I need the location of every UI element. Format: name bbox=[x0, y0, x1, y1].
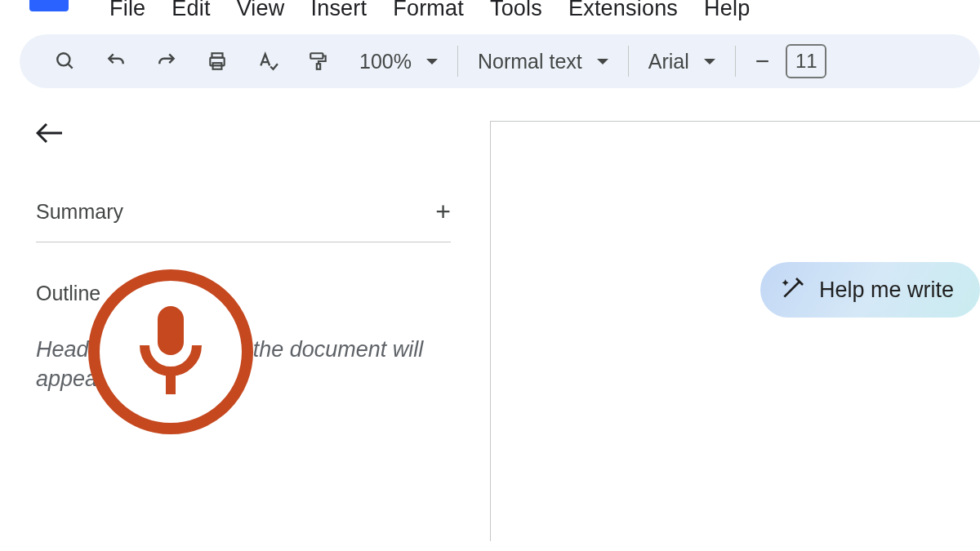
spellcheck-button[interactable] bbox=[248, 42, 287, 81]
redo-icon bbox=[156, 51, 177, 72]
menu-insert[interactable]: Insert bbox=[310, 0, 367, 21]
menu-tools[interactable]: Tools bbox=[490, 0, 542, 21]
toolbar-divider bbox=[457, 46, 458, 77]
summary-heading: Summary bbox=[36, 200, 123, 224]
add-summary-button[interactable]: + bbox=[435, 197, 451, 227]
summary-section: Summary + bbox=[36, 197, 451, 242]
document-canvas[interactable]: Help me write bbox=[490, 121, 980, 541]
search-icon bbox=[55, 51, 76, 72]
zoom-dropdown[interactable]: 100% bbox=[350, 50, 448, 73]
menubar: File Edit View Insert Format Tools Exten… bbox=[0, 0, 980, 28]
collapse-outline-button[interactable] bbox=[36, 119, 65, 151]
font-size-value: 11 bbox=[795, 50, 817, 73]
chevron-down-icon bbox=[426, 59, 438, 64]
docs-logo[interactable] bbox=[29, 0, 69, 11]
help-me-write-label: Help me write bbox=[819, 278, 954, 303]
print-button[interactable] bbox=[198, 42, 237, 81]
arrow-left-icon bbox=[36, 122, 65, 144]
search-button[interactable] bbox=[46, 42, 85, 81]
zoom-value: 100% bbox=[359, 50, 412, 73]
toolbar-divider bbox=[628, 46, 629, 77]
svg-rect-6 bbox=[317, 64, 320, 69]
svg-rect-5 bbox=[310, 53, 323, 59]
paint-roller-icon bbox=[308, 51, 329, 72]
magic-wand-icon bbox=[780, 275, 806, 304]
chevron-down-icon bbox=[597, 59, 608, 64]
menu-help[interactable]: Help bbox=[704, 0, 750, 21]
font-family-dropdown[interactable]: Arial bbox=[639, 50, 725, 73]
paragraph-style-dropdown[interactable]: Normal text bbox=[468, 50, 618, 73]
undo-icon bbox=[105, 51, 127, 72]
menu-file[interactable]: File bbox=[109, 0, 145, 21]
svg-rect-8 bbox=[158, 306, 184, 355]
outline-heading: Outline bbox=[36, 282, 451, 305]
menu-format[interactable]: Format bbox=[393, 0, 464, 21]
paint-format-button[interactable] bbox=[299, 42, 338, 81]
toolbar: 100% Normal text Arial − 11 bbox=[20, 34, 980, 88]
microphone-icon bbox=[130, 303, 212, 401]
chevron-down-icon bbox=[704, 59, 715, 64]
svg-line-1 bbox=[68, 64, 72, 68]
help-me-write-button[interactable]: Help me write bbox=[760, 262, 980, 318]
font-size-input[interactable]: 11 bbox=[786, 44, 826, 78]
print-icon bbox=[207, 51, 228, 72]
menu-extensions[interactable]: Extensions bbox=[568, 0, 678, 21]
font-family-value: Arial bbox=[648, 50, 689, 73]
outline-sidebar: Summary + Outline Heading the document w… bbox=[0, 88, 490, 541]
menu-edit[interactable]: Edit bbox=[172, 0, 210, 21]
redo-button[interactable] bbox=[147, 42, 186, 81]
font-size-decrease-button[interactable]: − bbox=[746, 47, 780, 75]
voice-typing-button[interactable] bbox=[88, 269, 253, 434]
paragraph-style-value: Normal text bbox=[478, 50, 582, 73]
undo-button[interactable] bbox=[96, 42, 136, 81]
menu-view[interactable]: View bbox=[237, 0, 285, 21]
svg-point-0 bbox=[57, 53, 69, 65]
toolbar-divider bbox=[735, 46, 736, 77]
spellcheck-icon bbox=[257, 51, 278, 72]
